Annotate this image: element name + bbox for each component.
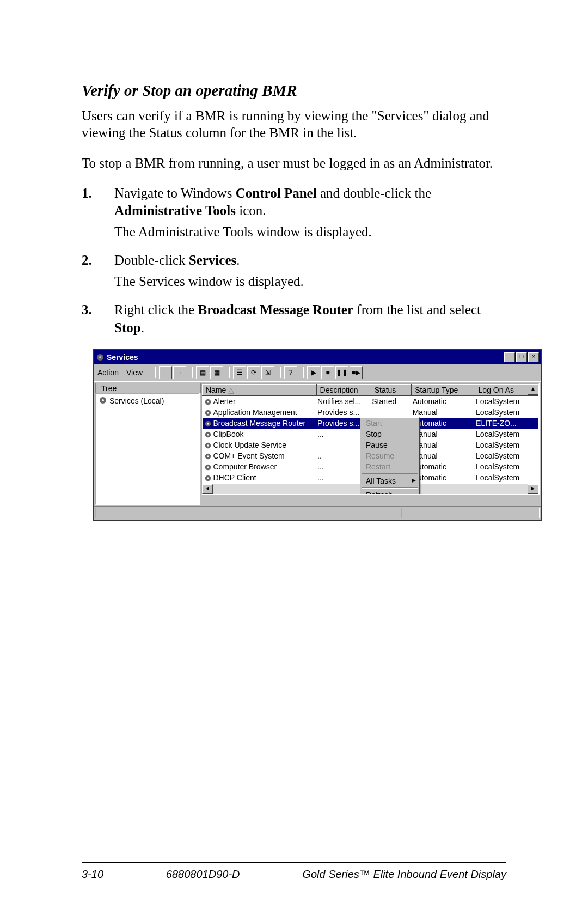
menu-action[interactable]: Action <box>97 369 119 376</box>
back-button[interactable]: ← <box>159 366 172 379</box>
svg-point-3 <box>102 399 104 401</box>
gear-icon <box>204 463 212 471</box>
services-list[interactable]: ▲ Name △ Description Status Startup Type… <box>201 383 540 495</box>
col-name[interactable]: Name △ <box>203 385 317 396</box>
col-startup-type[interactable]: Startup Type <box>412 385 475 396</box>
svg-point-5 <box>207 401 209 403</box>
table-header-row: Name △ Description Status Startup Type L… <box>203 385 538 396</box>
svg-point-13 <box>207 444 209 447</box>
chevron-right-icon: ▶ <box>412 478 416 483</box>
svg-point-11 <box>207 434 209 436</box>
scroll-up-button[interactable]: ▲ <box>528 384 538 395</box>
toolbar-button[interactable]: ▤ <box>196 366 209 379</box>
pause-button[interactable]: ❚❚ <box>335 366 348 379</box>
scroll-right-button[interactable]: ► <box>528 484 538 494</box>
toolbar-button[interactable]: ▦ <box>210 366 223 379</box>
menubar: Action View ← → ▤ ▦ ☰ ⟳ ⇲ ? ▶ ■ ❚❚ ■▶ <box>94 364 541 381</box>
svg-point-15 <box>207 455 209 457</box>
gear-icon <box>204 431 212 438</box>
menu-separator <box>362 473 418 474</box>
close-button[interactable]: × <box>528 352 539 362</box>
step-1: Navigate to Windows Control Panel and do… <box>82 185 506 241</box>
table-row[interactable]: Distributed File System...StartedAutomat… <box>203 494 538 495</box>
maximize-button[interactable]: □ <box>516 352 527 362</box>
tree-tab[interactable]: Tree <box>95 383 201 393</box>
restart-button[interactable]: ■▶ <box>350 366 363 379</box>
tree-node-services-local[interactable]: Services (Local) <box>99 396 197 406</box>
refresh-button[interactable]: ⟳ <box>247 366 260 379</box>
footer-rule <box>82 862 506 863</box>
menu-pause[interactable]: Pause <box>360 440 419 450</box>
menu-resume[interactable]: Resume <box>360 450 419 461</box>
text: Double-click <box>114 253 189 267</box>
page-number: 3-10 <box>82 868 103 881</box>
svg-point-9 <box>207 423 209 425</box>
svg-point-19 <box>207 477 209 479</box>
stop-button[interactable]: ■ <box>321 366 334 379</box>
gear-icon <box>204 442 212 449</box>
table-row[interactable]: Application ManagementProvides s...Manua… <box>203 407 538 418</box>
tree-pane[interactable]: Services (Local) <box>95 393 200 505</box>
svg-point-7 <box>207 412 209 414</box>
steps-list: Navigate to Windows Control Panel and do… <box>82 185 506 337</box>
window-title: Services <box>107 353 504 361</box>
page-footer: 3-10 6880801D90-D Gold Series™ Elite Inb… <box>82 868 506 881</box>
separator <box>154 367 156 378</box>
export-button[interactable]: ⇲ <box>261 366 274 379</box>
properties-button[interactable]: ☰ <box>233 366 246 379</box>
intro-paragraph-1: Users can verify if a BMR is running by … <box>82 107 506 142</box>
text: Navigate to Windows <box>114 186 236 200</box>
services-window: Services _ □ × Action View ← → ▤ ▦ ☰ ⟳ ⇲… <box>94 350 541 520</box>
text: from the list and select <box>353 302 481 317</box>
separator <box>302 367 304 378</box>
gear-icon <box>204 420 212 428</box>
help-button[interactable]: ? <box>284 366 297 379</box>
menu-stop[interactable]: Stop <box>360 429 419 440</box>
text: Right click the <box>114 302 198 317</box>
separator <box>228 367 230 378</box>
scroll-left-button[interactable]: ◄ <box>202 484 213 494</box>
section-heading: Verify or Stop an operating BMR <box>82 82 506 100</box>
statusbar <box>94 506 541 520</box>
step-2: Double-click Services. The Services wind… <box>82 252 506 290</box>
bold-text: Services <box>189 253 236 267</box>
text: . <box>141 320 144 335</box>
text: . <box>236 253 240 267</box>
bold-text: Stop <box>114 320 141 335</box>
app-icon <box>96 353 105 362</box>
gear-icon <box>204 453 212 460</box>
status-cell <box>401 508 540 518</box>
table-row[interactable]: AlerterNotifies sel...StartedAutomaticLo… <box>203 396 538 407</box>
col-status[interactable]: Status <box>371 385 412 396</box>
gear-icon <box>204 409 212 417</box>
titlebar[interactable]: Services _ □ × <box>94 350 541 364</box>
menu-start[interactable]: Start <box>360 418 419 429</box>
col-description[interactable]: Description <box>316 385 371 396</box>
document-number: 6880801D90-D <box>166 868 240 881</box>
bold-text: Broadcast Message Router <box>198 302 353 317</box>
context-menu: Start Stop Pause Resume Restart All Task… <box>360 417 420 495</box>
status-cell <box>95 508 399 518</box>
minimize-button[interactable]: _ <box>504 352 515 362</box>
tree-node-label: Services (Local) <box>109 397 164 405</box>
play-button[interactable]: ▶ <box>307 366 320 379</box>
step-3: Right click the Broadcast Message Router… <box>82 301 506 337</box>
svg-point-1 <box>99 356 101 358</box>
menu-view[interactable]: View <box>126 369 143 376</box>
menu-separator <box>362 487 418 489</box>
separator <box>191 367 193 378</box>
product-name: Gold Series™ Elite Inbound Event Display <box>302 868 506 881</box>
gear-icon <box>99 396 107 406</box>
menu-all-tasks[interactable]: All Tasks▶ <box>360 475 419 486</box>
intro-paragraph-2: To stop a BMR from running, a user must … <box>82 155 506 172</box>
step-2-result: The Services window is displayed. <box>114 273 506 291</box>
gear-icon <box>204 398 212 406</box>
bold-text: Administrative Tools <box>114 203 236 218</box>
menu-restart[interactable]: Restart <box>360 461 419 472</box>
gear-icon <box>204 474 212 482</box>
step-1-result: The Administrative Tools window is displ… <box>114 223 506 241</box>
forward-button[interactable]: → <box>173 366 186 379</box>
text: icon. <box>236 203 266 218</box>
text: and double-click the <box>317 186 431 200</box>
svg-point-17 <box>207 466 209 468</box>
